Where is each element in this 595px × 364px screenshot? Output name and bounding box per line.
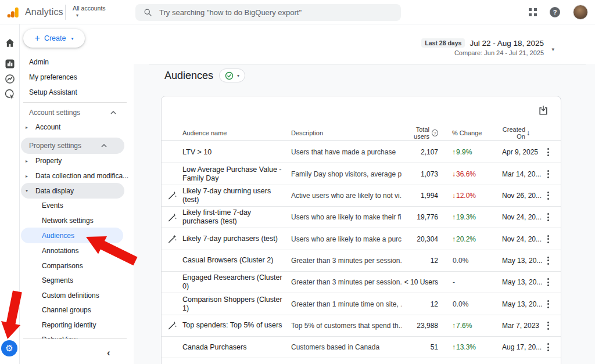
create-button-label: Create bbox=[44, 34, 66, 42]
kebab-menu-icon[interactable] bbox=[539, 322, 562, 330]
date-range-picker[interactable]: Last 28 days Jul 22 - Aug 18, 2025 Compa… bbox=[421, 38, 544, 56]
col-header-created-on[interactable]: Created On ↓ bbox=[502, 126, 539, 140]
sidebar-item-custom-definitions[interactable]: Custom definitions bbox=[20, 288, 134, 303]
predictive-wand-icon bbox=[167, 212, 177, 222]
home-icon[interactable] bbox=[4, 37, 16, 49]
sidebar-divider bbox=[23, 102, 127, 103]
sidebar-item-comparisons[interactable]: Comparisons bbox=[20, 258, 134, 273]
sidebar-item-account[interactable]: ▸ Account bbox=[20, 120, 134, 135]
sidebar-item-debugview-clipped[interactable]: DebugView bbox=[20, 332, 134, 338]
audience-description: Active users who are likely to not vi... bbox=[291, 192, 402, 200]
admin-gear-button[interactable]: ⚙ bbox=[1, 340, 17, 356]
sidebar-item-setup-assistant[interactable]: Setup Assistant bbox=[20, 85, 134, 100]
sidebar-item-data-collection[interactable]: ▸ Data collection and modifica... bbox=[20, 168, 134, 183]
total-users-value: 1,073 bbox=[402, 170, 438, 178]
audience-name: LTV > 10 bbox=[182, 148, 291, 157]
sidebar-item-reporting-identity[interactable]: Reporting identity bbox=[20, 318, 134, 333]
total-users-value: 51 bbox=[402, 343, 438, 351]
sidebar-footer-divider bbox=[23, 338, 127, 339]
kebab-menu-icon[interactable] bbox=[539, 235, 562, 243]
audience-status-dropdown[interactable]: ▾ bbox=[219, 69, 245, 82]
sidebar-item-segments[interactable]: Segments bbox=[20, 273, 134, 288]
org-switcher-icon[interactable] bbox=[529, 8, 537, 16]
topbar-divider bbox=[65, 5, 66, 20]
created-on-value: Nov 26, 20... bbox=[502, 192, 539, 200]
section-property-settings[interactable]: Property settings bbox=[21, 138, 124, 154]
table-row[interactable]: Top spenders: Top 5% of users Top 5% of … bbox=[162, 315, 561, 337]
plus-icon: + bbox=[35, 33, 40, 44]
product-name: Analytics bbox=[25, 7, 63, 17]
reports-icon[interactable] bbox=[4, 58, 16, 70]
collapse-sidebar-chevron[interactable]: ‹ bbox=[107, 347, 110, 359]
global-search-input[interactable]: Try searching "how to do BigQuery export… bbox=[135, 4, 401, 21]
table-row[interactable]: Likely first-time 7-day purchasers (test… bbox=[162, 207, 561, 228]
kebab-menu-icon[interactable] bbox=[539, 278, 562, 286]
predictive-wand-icon bbox=[167, 234, 177, 244]
audience-description: Users who are likely to make a purc... bbox=[291, 235, 402, 243]
col-header-description[interactable]: Description bbox=[291, 129, 402, 136]
export-download-icon[interactable] bbox=[537, 104, 549, 116]
change-direction-icon: ↓ bbox=[452, 192, 456, 200]
percent-change-value: ↓ 36.6% bbox=[438, 170, 502, 178]
user-avatar[interactable] bbox=[573, 5, 588, 20]
table-row[interactable]: Likely 7-day churning users (test) Activ… bbox=[162, 185, 561, 207]
kebab-menu-icon[interactable] bbox=[539, 170, 562, 178]
page-title-row: Audiences ▾ bbox=[164, 69, 245, 82]
sidebar-item-audiences-selected[interactable]: Audiences bbox=[21, 228, 123, 243]
sidebar-item-annotations[interactable]: Annotations bbox=[20, 243, 134, 258]
kebab-menu-icon[interactable] bbox=[539, 300, 562, 308]
total-users-value: 23,988 bbox=[402, 322, 438, 330]
table-row[interactable]: Engaged Researchers (Cluster 0) Greater … bbox=[162, 272, 561, 293]
table-row[interactable]: Canada Purchasers Customers based in Can… bbox=[162, 337, 561, 358]
percent-change-value: - bbox=[438, 278, 502, 286]
check-circle-icon bbox=[225, 71, 234, 80]
topbar-actions: ? bbox=[529, 0, 595, 24]
audience-description: Family Day shop visitors, average p... bbox=[291, 170, 402, 178]
analytics-logo[interactable]: Analytics bbox=[0, 6, 65, 19]
kebab-menu-icon[interactable] bbox=[539, 192, 562, 200]
help-icon[interactable]: ? bbox=[550, 7, 560, 17]
table-row[interactable]: Comparison Shoppers (Cluster 1) Greater … bbox=[162, 293, 561, 315]
help-circle-icon[interactable]: ? bbox=[432, 129, 438, 136]
date-range-text: Jul 22 - Aug 18, 2025 bbox=[469, 39, 544, 48]
created-on-value: May 13, 20... bbox=[502, 257, 539, 265]
sort-desc-icon: ↓ bbox=[526, 129, 530, 137]
sidebar-item-my-preferences[interactable]: My preferences bbox=[20, 70, 134, 85]
sidebar-item-data-display[interactable]: ▾ Data display bbox=[21, 183, 124, 199]
create-button[interactable]: + Create ▾ bbox=[23, 29, 85, 48]
kebab-menu-icon[interactable] bbox=[539, 257, 562, 265]
table-row[interactable]: Casual Browsers (Cluster 2) Greater than… bbox=[162, 250, 561, 272]
chevron-down-icon: ▾ bbox=[71, 36, 73, 41]
audience-description: Users that have made a purchase bbox=[291, 148, 402, 156]
total-users-value: 1,994 bbox=[402, 192, 438, 200]
account-scope-switcher[interactable]: All accounts ▾ bbox=[73, 5, 106, 19]
kebab-menu-icon[interactable] bbox=[539, 213, 562, 221]
total-users-value: 19,776 bbox=[402, 213, 438, 221]
sidebar-item-events[interactable]: Events bbox=[20, 198, 134, 213]
gear-icon: ⚙ bbox=[5, 343, 13, 354]
audience-description: Customers based in Canada bbox=[291, 343, 402, 351]
sidebar-item-channel-groups[interactable]: Channel groups bbox=[20, 302, 134, 318]
kebab-menu-icon[interactable] bbox=[539, 343, 562, 351]
explore-icon[interactable] bbox=[4, 73, 16, 85]
sidebar-item-network-settings[interactable]: Network settings bbox=[20, 213, 134, 228]
col-header-percent-change[interactable]: % Change bbox=[438, 129, 502, 136]
percent-change-value: ↑ 7.6% bbox=[438, 322, 502, 330]
table-row[interactable]: Likely 7-day purchasers (test) Users who… bbox=[162, 228, 561, 250]
advertising-icon[interactable] bbox=[4, 88, 16, 100]
audience-name: Canada Purchasers bbox=[182, 343, 291, 352]
sidebar-item-property[interactable]: ▸ Property bbox=[20, 153, 134, 168]
table-row[interactable]: LTV > 10 Users that have made a purchase… bbox=[162, 142, 561, 163]
percent-change-value: ↑ 19.3% bbox=[438, 213, 502, 221]
audience-name: Casual Browsers (Cluster 2) bbox=[182, 256, 291, 265]
col-header-total-users[interactable]: Total users ? bbox=[402, 126, 438, 140]
kebab-menu-icon[interactable] bbox=[539, 148, 562, 156]
main-content: Last 28 days Jul 22 - Aug 18, 2025 Compa… bbox=[134, 24, 595, 364]
sidebar-item-admin[interactable]: Admin bbox=[20, 55, 134, 70]
table-row[interactable]: Low Average Purchase Value - Family Day … bbox=[162, 163, 561, 185]
section-account-settings[interactable]: Account settings bbox=[20, 104, 134, 121]
col-header-audience-name[interactable]: Audience name bbox=[182, 129, 291, 136]
audience-description: Greater than 3 minutes per session... bbox=[291, 257, 402, 265]
ga-analytics-app: Analytics All accounts ▾ Try searching "… bbox=[0, 0, 595, 364]
analytics-logo-icon bbox=[7, 6, 20, 19]
